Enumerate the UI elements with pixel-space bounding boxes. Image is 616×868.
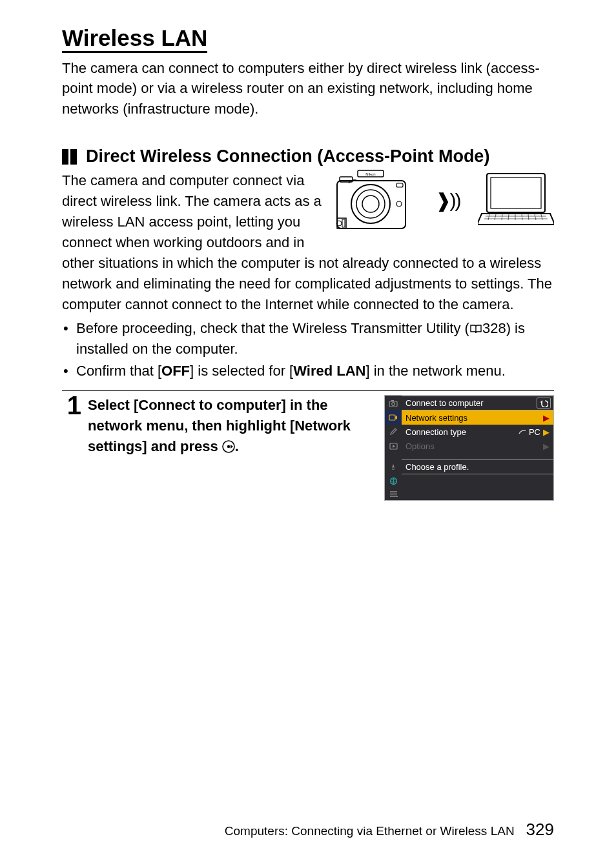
svg-point-9	[396, 201, 402, 207]
menu-tab-play-icon	[385, 439, 402, 453]
page-footer: Computers: Connecting via Ethernet or Wi…	[225, 820, 554, 840]
page-heading: Wireless LAN	[62, 26, 207, 53]
subheading-row: Direct Wireless Connection (Access-Point…	[62, 146, 554, 167]
menu-highlighted-cell: Network settings ▶	[402, 410, 553, 425]
bullet1-pre: Before proceeding, check that the Wirele…	[76, 320, 469, 336]
bullet-item-1: Before proceeding, check that the Wirele…	[62, 318, 554, 359]
menu-row-options: Options ▶	[385, 439, 553, 453]
svg-line-22	[535, 214, 536, 220]
svg-line-23	[541, 214, 542, 220]
menu-tab-video-icon	[385, 410, 402, 425]
back-icon	[537, 398, 551, 409]
menu-helper-text: Choose a profile.	[406, 462, 469, 472]
menu-tab-blank	[385, 453, 402, 459]
bullet1-ref: 328	[482, 320, 506, 336]
menu-row3-text: Options	[406, 441, 435, 451]
svg-point-27	[392, 402, 395, 405]
menu-tab-mymenu-icon	[385, 487, 402, 500]
step1-b: .	[235, 438, 239, 454]
intro-paragraph: The camera can connect to computers eith…	[62, 58, 554, 120]
bullet2-a: Confirm that [	[76, 363, 161, 379]
divider	[62, 390, 554, 391]
connection-diagram: Nikon ❱))	[329, 168, 554, 232]
svg-line-15	[488, 214, 489, 220]
menu-title-row: Connect to computer	[385, 396, 553, 410]
step1-a: Select [Connect to computer] in the netw…	[88, 397, 351, 454]
menu-helper-cell: Choose a profile.	[402, 459, 553, 474]
svg-rect-29	[389, 415, 395, 420]
svg-line-17	[502, 214, 502, 220]
svg-rect-28	[391, 400, 394, 401]
step-number: 1	[62, 392, 81, 501]
svg-line-16	[495, 214, 496, 220]
section-blocks-icon	[62, 149, 77, 165]
chevron-right-icon: ▶	[543, 413, 549, 423]
page-ref-icon	[469, 323, 482, 335]
menu-row-network-settings: Network settings ▶	[385, 410, 553, 425]
menu-empty-cell	[402, 487, 553, 500]
svg-line-21	[528, 214, 529, 220]
laptop-icon	[478, 171, 554, 229]
menu-spacer-cell	[402, 453, 553, 459]
svg-rect-12	[491, 177, 541, 208]
bullet2-wiredlan: Wired LAN	[293, 363, 365, 379]
svg-line-20	[522, 214, 522, 220]
step-text: Select [Connect to computer] in the netw…	[88, 395, 378, 501]
menu-tab-retouch-icon	[385, 459, 402, 474]
svg-rect-8	[342, 219, 345, 227]
step-1: 1 Select [Connect to computer] in the ne…	[62, 395, 554, 501]
svg-rect-11	[487, 174, 545, 212]
chevron-right-icon: ▶	[543, 441, 549, 451]
pc-link-icon	[518, 429, 526, 435]
menu-tab-camera-icon	[385, 396, 402, 410]
menu-row-connection-type: Connection type PC ▶	[385, 425, 553, 439]
subheading: Direct Wireless Connection (Access-Point…	[86, 146, 489, 167]
svg-point-4	[356, 190, 385, 218]
menu-tab-row-network	[385, 474, 553, 487]
menu-tab-network-icon	[385, 474, 402, 487]
wireless-signal-icon: ❱))	[435, 189, 460, 212]
menu-tab-row-mymenu	[385, 487, 553, 500]
bullet-list: Before proceeding, check that the Wirele…	[62, 318, 554, 381]
svg-point-25	[227, 445, 230, 448]
svg-rect-10	[396, 183, 403, 187]
svg-point-3	[351, 185, 390, 223]
menu-row2-text: Connection type	[406, 427, 466, 437]
multi-selector-right-icon	[222, 440, 235, 453]
bullet2-off: OFF	[161, 363, 190, 379]
page-number: 329	[526, 820, 554, 840]
svg-line-18	[508, 214, 509, 220]
menu-tab-pencil-icon	[385, 425, 402, 439]
menu-row2-cell: Connection type PC ▶	[402, 425, 553, 439]
menu-row3-cell: Options ▶	[402, 439, 553, 453]
chevron-right-icon: ▶	[543, 427, 549, 437]
bullet2-e: ] in the network menu.	[365, 363, 505, 379]
menu-row1-text: Network settings	[406, 413, 467, 423]
camera-icon: Nikon	[329, 168, 413, 232]
svg-text:Nikon: Nikon	[365, 172, 375, 176]
bullet2-c: ] is selected for [	[190, 363, 293, 379]
menu-empty-cell	[402, 474, 553, 487]
menu-spacer-row	[385, 453, 553, 459]
camera-menu-screenshot: Connect to computer Network settings ▶ C…	[384, 395, 554, 501]
footer-text: Computers: Connecting via Ethernet or Wi…	[225, 824, 515, 838]
menu-title-text: Connect to computer	[406, 398, 484, 408]
menu-helper-row: Choose a profile.	[385, 459, 553, 474]
bullet-item-2: Confirm that [OFF] is selected for [Wire…	[62, 361, 554, 381]
svg-point-5	[362, 196, 379, 212]
menu-row2-value: PC	[529, 427, 540, 437]
menu-title-cell: Connect to computer	[402, 396, 553, 410]
